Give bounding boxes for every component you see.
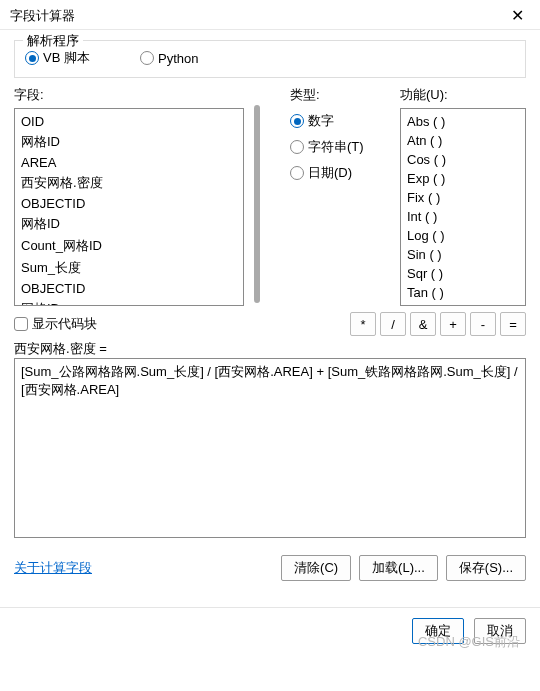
type-date-label: 日期(D): [308, 164, 352, 182]
list-item[interactable]: Sum_长度: [17, 257, 241, 279]
type-string-radio[interactable]: 字符串(T): [290, 138, 390, 156]
expression-label: 西安网格.密度 =: [14, 340, 526, 358]
show-codeblock-label: 显示代码块: [32, 315, 97, 333]
ok-button[interactable]: 确定: [412, 618, 464, 644]
list-item[interactable]: OBJECTID: [17, 194, 241, 213]
show-codeblock-checkbox[interactable]: 显示代码块: [14, 315, 97, 333]
list-item[interactable]: Count_网格ID: [17, 235, 241, 257]
radio-icon: [290, 140, 304, 154]
radio-icon: [140, 51, 154, 65]
list-item[interactable]: 网格ID: [17, 213, 241, 235]
parser-legend: 解析程序: [23, 32, 83, 50]
fields-label: 字段:: [14, 86, 244, 104]
radio-checked-icon: [290, 114, 304, 128]
list-item[interactable]: 网格ID: [17, 131, 241, 153]
list-item[interactable]: Fix ( ): [403, 188, 523, 207]
type-date-radio[interactable]: 日期(D): [290, 164, 390, 182]
save-button[interactable]: 保存(S)...: [446, 555, 526, 581]
list-item[interactable]: OBJECTID: [17, 279, 241, 298]
list-item[interactable]: Atn ( ): [403, 131, 523, 150]
parser-python-radio[interactable]: Python: [140, 49, 198, 67]
parser-group: 解析程序 VB 脚本 Python: [14, 40, 526, 78]
list-item[interactable]: Sin ( ): [403, 245, 523, 264]
parser-vb-label: VB 脚本: [43, 49, 90, 67]
list-item[interactable]: OID: [17, 112, 241, 131]
window-title: 字段计算器: [10, 7, 75, 25]
load-button[interactable]: 加载(L)...: [359, 555, 438, 581]
fields-listbox[interactable]: OID 网格ID AREA 西安网格.密度 OBJECTID 网格ID Coun…: [14, 108, 244, 306]
op-multiply-button[interactable]: *: [350, 312, 376, 336]
op-plus-button[interactable]: +: [440, 312, 466, 336]
radio-icon: [290, 166, 304, 180]
list-item[interactable]: Log ( ): [403, 226, 523, 245]
list-item[interactable]: Tan ( ): [403, 283, 523, 302]
list-item[interactable]: 西安网格.密度: [17, 172, 241, 194]
list-item[interactable]: 网格ID: [17, 298, 241, 306]
op-divide-button[interactable]: /: [380, 312, 406, 336]
clear-button[interactable]: 清除(C): [281, 555, 351, 581]
checkbox-icon: [14, 317, 28, 331]
scrollbar[interactable]: [254, 105, 260, 303]
cancel-button[interactable]: 取消: [474, 618, 526, 644]
type-label: 类型:: [290, 86, 390, 104]
type-number-radio[interactable]: 数字: [290, 112, 390, 130]
list-item[interactable]: Cos ( ): [403, 150, 523, 169]
expression-input[interactable]: [14, 358, 526, 538]
close-icon[interactable]: ✕: [505, 6, 530, 25]
list-item[interactable]: Sqr ( ): [403, 264, 523, 283]
list-item[interactable]: AREA: [17, 153, 241, 172]
op-equals-button[interactable]: =: [500, 312, 526, 336]
op-amp-button[interactable]: &: [410, 312, 436, 336]
type-string-label: 字符串(T): [308, 138, 364, 156]
parser-python-label: Python: [158, 51, 198, 66]
list-item[interactable]: Abs ( ): [403, 112, 523, 131]
parser-vb-radio[interactable]: VB 脚本: [25, 49, 90, 67]
type-number-label: 数字: [308, 112, 334, 130]
op-minus-button[interactable]: -: [470, 312, 496, 336]
list-item[interactable]: Int ( ): [403, 207, 523, 226]
functions-listbox[interactable]: Abs ( ) Atn ( ) Cos ( ) Exp ( ) Fix ( ) …: [400, 108, 526, 306]
list-item[interactable]: Exp ( ): [403, 169, 523, 188]
functions-label: 功能(U):: [400, 86, 526, 104]
about-link[interactable]: 关于计算字段: [14, 559, 92, 577]
radio-checked-icon: [25, 51, 39, 65]
